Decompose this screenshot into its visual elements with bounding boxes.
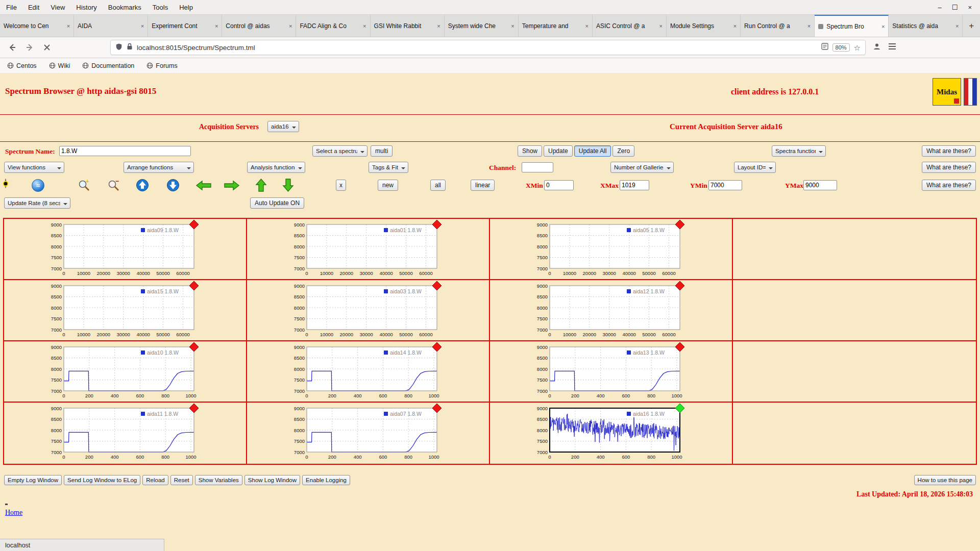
tab-fadc-align-co[interactable]: FADC Align & Co× bbox=[296, 15, 370, 37]
tab-spectrum-bro[interactable]: Spectrum Bro× bbox=[815, 15, 889, 37]
spectrum-panel-aida09[interactable]: 7000750080008500900001000020000300004000… bbox=[4, 219, 247, 280]
spectrum-panel-aida05[interactable]: 7000750080008500900001000020000300004000… bbox=[490, 219, 733, 280]
spectrum-name-input[interactable] bbox=[59, 146, 191, 156]
tab-close-icon[interactable]: × bbox=[881, 23, 885, 30]
spectrum-panel-aida01[interactable]: 7000750080008500900001000020000300004000… bbox=[247, 219, 490, 280]
x-button[interactable]: x bbox=[336, 180, 346, 191]
new-button[interactable]: new bbox=[378, 180, 398, 191]
refresh-icon[interactable] bbox=[32, 179, 44, 192]
zero-button[interactable]: Zero bbox=[612, 145, 634, 157]
tab-close-icon[interactable]: × bbox=[215, 23, 218, 29]
spectrum-panel-aida16[interactable]: 7000750080008500900002004006008001000aid… bbox=[490, 403, 733, 464]
pan-right-icon[interactable] bbox=[224, 180, 240, 193]
spectrum-panel-aida11[interactable]: 7000750080008500900002004006008001000aid… bbox=[4, 403, 247, 464]
menu-file[interactable]: File bbox=[6, 4, 17, 11]
update-rate-dropdown[interactable]: Update Rate (8 secs) bbox=[4, 197, 70, 209]
footer-send-log-window-to-elog[interactable]: Send Log Window to ELog bbox=[64, 475, 140, 485]
pan-down-icon[interactable] bbox=[282, 178, 294, 194]
tab-close-icon[interactable]: × bbox=[141, 23, 144, 29]
home-link[interactable]: Home bbox=[5, 509, 22, 517]
analysis-functions-dropdown[interactable]: Analysis functions bbox=[247, 162, 305, 173]
number-of-galleries-dropdown[interactable]: Number of Galleries bbox=[610, 162, 674, 173]
bookmark-forums[interactable]: Forums bbox=[146, 62, 177, 69]
tab-aida[interactable]: AIDA× bbox=[74, 15, 148, 37]
tab-temperature-and[interactable]: Temperature and× bbox=[519, 15, 593, 37]
tab-close-icon[interactable]: × bbox=[585, 23, 588, 29]
tab-run-control-a[interactable]: Run Control @ a× bbox=[741, 15, 815, 37]
zoom-in-icon[interactable]: + bbox=[78, 179, 91, 194]
tab-close-icon[interactable]: × bbox=[955, 23, 959, 29]
how-to-use-button[interactable]: How to use this page bbox=[914, 475, 976, 485]
multi-button[interactable]: multi bbox=[371, 145, 393, 157]
bookmark-wiki[interactable]: Wiki bbox=[49, 62, 70, 69]
footer-enable-logging[interactable]: Enable Logging bbox=[302, 475, 350, 485]
update-all-button[interactable]: Update All bbox=[574, 145, 611, 157]
url-text[interactable]: localhost:8015/Spectrum/Spectrum.tml bbox=[137, 44, 817, 52]
spectra-functions-dropdown[interactable]: Spectra functions bbox=[772, 145, 826, 157]
tab-close-icon[interactable]: × bbox=[733, 23, 737, 29]
stop-button[interactable] bbox=[40, 40, 54, 55]
spectrum-panel-aida10[interactable]: 7000750080008500900002004006008001000aid… bbox=[4, 341, 247, 403]
spectrum-panel-aida14[interactable]: 7000750080008500900002004006008001000aid… bbox=[247, 341, 490, 403]
view-functions-dropdown[interactable]: View functions bbox=[4, 162, 64, 173]
ymin-input[interactable] bbox=[708, 180, 742, 190]
reader-mode-icon[interactable] bbox=[821, 43, 828, 52]
layout-id-dropdown[interactable]: Layout ID=7 bbox=[734, 162, 776, 173]
xmin-input[interactable] bbox=[544, 180, 574, 190]
tab-experiment-cont[interactable]: Experiment Cont× bbox=[148, 15, 222, 37]
spectrum-panel-aida13[interactable]: 7000750080008500900002004006008001000aid… bbox=[490, 341, 733, 403]
menu-view[interactable]: View bbox=[51, 4, 65, 11]
minimize-icon[interactable]: – bbox=[938, 4, 942, 11]
spectrum-panel-aida12[interactable]: 7000750080008500900001000020000300004000… bbox=[490, 280, 733, 341]
tab-close-icon[interactable]: × bbox=[807, 23, 811, 29]
acquisition-server-dropdown[interactable]: aida16 bbox=[267, 121, 299, 132]
pan-up-icon[interactable] bbox=[255, 178, 267, 194]
tab-close-icon[interactable]: × bbox=[511, 23, 514, 29]
xmax-input[interactable] bbox=[620, 180, 649, 190]
footer-show-log-window[interactable]: Show Log Window bbox=[244, 475, 300, 485]
tab-close-icon[interactable]: × bbox=[363, 23, 366, 29]
maximize-icon[interactable]: ☐ bbox=[952, 4, 958, 11]
arrange-functions-dropdown[interactable]: Arrange functions bbox=[124, 162, 194, 173]
tab-module-settings[interactable]: Module Settings× bbox=[667, 15, 741, 37]
tab-close-icon[interactable]: × bbox=[437, 23, 440, 29]
linear-button[interactable]: linear bbox=[471, 180, 495, 191]
channel-input[interactable] bbox=[522, 162, 553, 172]
forward-button[interactable] bbox=[22, 40, 37, 55]
tab-control-aidas[interactable]: Control @ aidas× bbox=[222, 15, 296, 37]
url-bar[interactable]: localhost:8015/Spectrum/Spectrum.tml 80%… bbox=[110, 40, 866, 55]
radiation-icon[interactable] bbox=[5, 179, 6, 188]
show-button[interactable]: Show bbox=[518, 145, 542, 157]
expand-y-icon[interactable] bbox=[136, 179, 149, 194]
spectrum-panel-aida07[interactable]: 7000750080008500900002004006008001000aid… bbox=[247, 403, 490, 464]
tab-close-icon[interactable]: × bbox=[289, 23, 292, 29]
all-button[interactable]: all bbox=[430, 180, 446, 191]
menu-icon[interactable] bbox=[888, 43, 896, 52]
tab-statistics-aida[interactable]: Statistics @ aida× bbox=[889, 15, 963, 37]
close-icon[interactable]: × bbox=[968, 4, 972, 11]
footer-reload[interactable]: Reload bbox=[142, 475, 168, 485]
spectrum-panel-aida03[interactable]: 7000750080008500900001000020000300004000… bbox=[247, 280, 490, 341]
menu-bookmarks[interactable]: Bookmarks bbox=[108, 4, 141, 11]
bookmark-star-icon[interactable]: ☆ bbox=[854, 44, 861, 52]
new-tab-button[interactable]: + bbox=[963, 15, 980, 37]
auto-update-button[interactable]: Auto Update ON bbox=[250, 197, 304, 209]
shrink-y-icon[interactable] bbox=[166, 179, 180, 194]
bookmark-centos[interactable]: Centos bbox=[7, 62, 37, 69]
what-are-these-button-2[interactable]: What are these? bbox=[922, 162, 976, 173]
lock-icon[interactable] bbox=[127, 43, 133, 52]
tab-asic-control-a[interactable]: ASIC Control @ a× bbox=[593, 15, 667, 37]
footer-reset[interactable]: Reset bbox=[170, 475, 193, 485]
what-are-these-button-1[interactable]: What are these? bbox=[922, 145, 976, 157]
tab-gsi-white-rabbit[interactable]: GSI White Rabbit× bbox=[371, 15, 445, 37]
tags-fits-dropdown[interactable]: Tags & Fits bbox=[369, 162, 408, 173]
ymax-input[interactable] bbox=[803, 180, 837, 190]
menu-edit[interactable]: Edit bbox=[28, 4, 39, 11]
pan-left-icon[interactable] bbox=[195, 180, 212, 193]
account-icon[interactable] bbox=[873, 42, 881, 53]
tab-system-wide-che[interactable]: System wide Che× bbox=[445, 15, 519, 37]
tracking-shield-icon[interactable] bbox=[115, 43, 122, 53]
footer-show-variables[interactable]: Show Variables bbox=[195, 475, 242, 485]
zoom-out-icon[interactable]: − bbox=[107, 179, 121, 194]
select-spectrum-dropdown[interactable]: Select a spectrum bbox=[312, 145, 368, 157]
